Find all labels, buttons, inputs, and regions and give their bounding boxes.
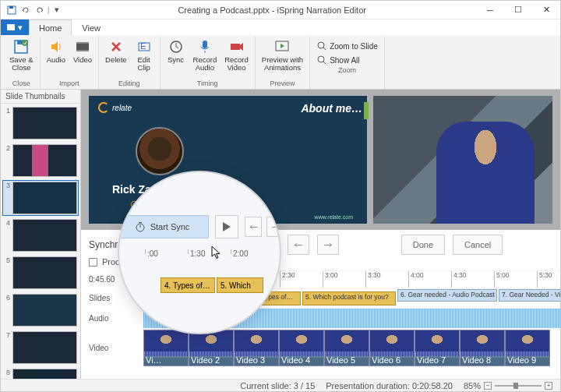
timeline: 0:45.60 1:001:302:002:303:003:304:004:30…	[81, 269, 560, 366]
ribbon-tabs: ▾ Home View	[1, 19, 560, 35]
slide-thumb[interactable]: 7	[3, 330, 78, 365]
preview-animations-button[interactable]: Preview with Animations	[259, 37, 306, 74]
edit-clip-button[interactable]: EEdit Clip	[132, 37, 157, 74]
video-preview	[373, 96, 552, 224]
delete-icon	[108, 39, 124, 55]
svg-point-17	[318, 56, 324, 62]
sync-bar: Synchronize Start Sync 🡐 🡒 Done Cancel P…	[81, 230, 560, 269]
video-clip[interactable]: Video 9	[505, 330, 550, 366]
qat-dropdown-icon[interactable]: ▾	[51, 4, 63, 16]
time-ruler[interactable]: 1:001:302:002:303:003:304:004:305:005:30	[143, 270, 560, 288]
presenter-name: Rick Zanotti	[112, 183, 175, 196]
video-clip[interactable]: Video 4	[279, 330, 324, 366]
svg-rect-13	[231, 44, 240, 50]
ruler-tick: 5:30	[537, 271, 552, 288]
slide-thumb[interactable]: 4	[3, 218, 78, 253]
slide-segment[interactable]: 2	[143, 289, 154, 302]
zoom-out-button[interactable]: −	[484, 382, 492, 390]
ruler-tick: 1:00	[151, 271, 167, 288]
slide-segment[interactable]: 4. Types of…	[251, 291, 301, 305]
video-clip[interactable]: Vi…	[143, 330, 189, 366]
playhead-time: 0:45.60	[89, 275, 143, 284]
video-clip[interactable]: Video 2	[189, 330, 234, 366]
redo-icon[interactable]	[34, 4, 46, 16]
presenter-photo	[136, 127, 184, 175]
slide-thumb[interactable]: 3	[3, 181, 78, 215]
play-button[interactable]	[258, 235, 280, 255]
record-audio-button[interactable]: Record Audio	[190, 37, 221, 74]
slide-title: About me…	[301, 102, 362, 115]
audio-track[interactable]	[143, 308, 560, 328]
video-clip[interactable]: Video 5	[324, 330, 369, 366]
status-bar: Current slide: 3 / 15 Presentation durat…	[1, 379, 560, 391]
slide-thumb[interactable]: 8	[3, 368, 78, 379]
ruler-tick: 1:30	[194, 271, 210, 288]
video-track[interactable]: Vi…Video 2Video 3Video 4Video 5Video 6Vi…	[143, 329, 560, 366]
slide-thumb[interactable]: 2	[3, 143, 78, 178]
thumbnails-header: Slide Thumbnails	[1, 90, 80, 104]
slides-track[interactable]: 23. About Me4. Types of…5. Which podcast…	[143, 288, 560, 307]
zoom-slider[interactable]	[495, 385, 542, 387]
show-all-button[interactable]: Show All	[313, 54, 381, 66]
start-sync-button[interactable]: Start Sync	[167, 235, 250, 254]
video-button[interactable]: Video	[70, 37, 95, 66]
ribbon-group-editing: Delete EEdit Clip Editing	[99, 37, 160, 89]
sync-button[interactable]: Sync	[164, 37, 189, 66]
tab-view[interactable]: View	[72, 19, 111, 35]
slide-segment[interactable]: 5. Which podcast is for you?	[302, 291, 396, 305]
ruler-tick: 4:30	[451, 271, 467, 288]
zoom-level: 85%	[464, 381, 481, 390]
video-clip[interactable]: Video 6	[369, 330, 415, 366]
file-tab[interactable]: ▾	[1, 19, 29, 35]
slide-thumb[interactable]: 1	[3, 106, 78, 140]
process-current-checkbox[interactable]	[89, 258, 97, 267]
ruler-tick: 3:00	[323, 271, 338, 288]
record-video-button[interactable]: Record Video	[221, 37, 252, 74]
undo-icon[interactable]	[19, 4, 32, 16]
slide-thumb[interactable]: 5	[3, 256, 78, 290]
save-close-icon	[13, 39, 29, 55]
preview-icon	[274, 39, 290, 55]
ribbon-group-timing: Sync Record Audio Record Video Timing	[161, 37, 256, 89]
brand-logo: ⊙ relateBROADCAST	[129, 199, 165, 214]
save-close-button[interactable]: Save & Close	[6, 37, 37, 74]
video-clip[interactable]: Video 8	[460, 330, 505, 366]
slide-thumb[interactable]: 6	[3, 293, 78, 327]
ruler-tick: 2:00	[237, 271, 252, 288]
work-area: Slide Thumbnails 1 2 3 4 5 6 7 8 relate …	[1, 90, 560, 379]
video-icon	[75, 39, 90, 55]
slide-segment[interactable]: 7. Gear Needed - Vidcast	[499, 289, 560, 302]
delete-button[interactable]: Delete	[102, 37, 129, 66]
slide-segment[interactable]: 6. Gear needed - Audio Podcast	[397, 289, 497, 302]
close-button[interactable]: ✕	[532, 1, 560, 19]
window-controls: ─ ☐ ✕	[476, 1, 560, 19]
svg-line-16	[323, 48, 326, 50]
cancel-button[interactable]: Cancel	[453, 235, 503, 255]
tab-home[interactable]: Home	[29, 19, 72, 35]
minimize-button[interactable]: ─	[476, 1, 504, 19]
slide-segment[interactable]: 3. About Me	[156, 289, 249, 302]
maximize-button[interactable]: ☐	[504, 1, 532, 19]
next-slide-button[interactable]: 🡒	[317, 235, 339, 255]
save-icon[interactable]	[5, 4, 18, 16]
process-current-label: Process current slide only	[102, 257, 200, 267]
zoom-to-slide-button[interactable]: Zoom to Slide	[313, 40, 381, 52]
thumbnails-list[interactable]: 1 2 3 4 5 6 7 8	[1, 104, 80, 379]
status-zoom: 85% − +	[464, 381, 552, 390]
done-button[interactable]: Done	[401, 235, 445, 255]
zoom-in-button[interactable]: +	[545, 382, 552, 390]
svg-text:E: E	[140, 41, 146, 51]
svg-rect-1	[9, 6, 13, 9]
prev-slide-button[interactable]: 🡐	[288, 235, 309, 255]
video-clip[interactable]: Video 7	[415, 330, 460, 366]
status-current-slide: Current slide: 3 / 15	[240, 381, 315, 390]
preview-area: relate About me… Rick Zanotti ⊙ relateBR…	[81, 90, 560, 230]
video-clip[interactable]: Video 3	[234, 330, 279, 366]
track-label-audio: Audio	[89, 314, 143, 323]
show-all-icon	[316, 55, 327, 65]
audio-button[interactable]: Audio	[44, 37, 69, 66]
zoom-slide-icon	[316, 41, 327, 51]
ruler-tick: 3:30	[365, 271, 381, 288]
svg-rect-6	[76, 42, 89, 44]
ribbon: Save & Close Close Audio Video Import De…	[1, 35, 560, 90]
